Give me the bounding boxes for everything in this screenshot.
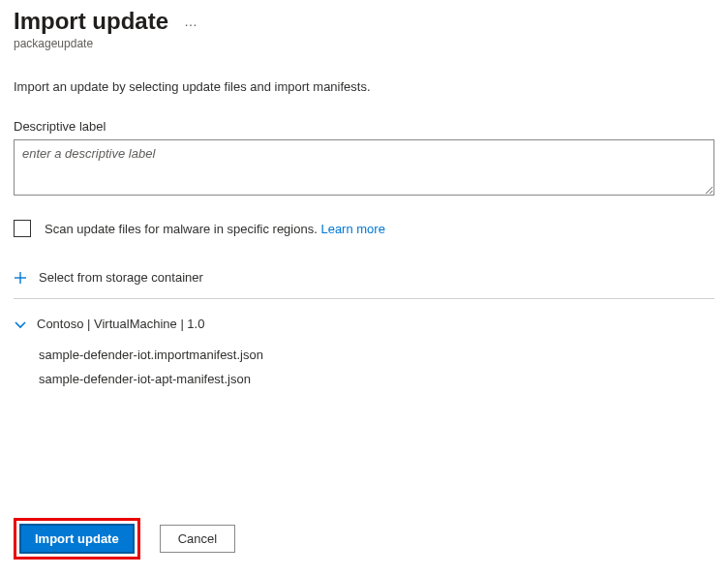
page-title: Import update — [14, 8, 168, 35]
learn-more-link[interactable]: Learn more — [320, 222, 384, 236]
select-from-storage-button[interactable]: Select from storage container — [14, 270, 714, 299]
page-description: Import an update by selecting update fil… — [14, 79, 714, 94]
list-item: sample-defender-iot.importmanifest.json — [39, 343, 714, 367]
scan-malware-label: Scan update files for malware in specifi… — [45, 222, 385, 236]
page-subtitle: packageupdate — [14, 37, 714, 50]
descriptive-label-input[interactable] — [14, 139, 714, 196]
update-group-toggle[interactable]: Contoso | VirtualMachine | 1.0 — [14, 317, 714, 331]
plus-icon — [14, 271, 27, 285]
list-item: sample-defender-iot-apt-manifest.json — [39, 367, 714, 391]
chevron-down-icon — [14, 318, 27, 331]
scan-malware-checkbox[interactable] — [14, 220, 31, 237]
file-list: sample-defender-iot.importmanifest.json … — [39, 343, 714, 391]
descriptive-label-caption: Descriptive label — [14, 119, 714, 134]
update-group-title: Contoso | VirtualMachine | 1.0 — [37, 317, 204, 331]
select-from-storage-label: Select from storage container — [39, 270, 203, 285]
more-actions-icon[interactable]: … — [180, 14, 202, 29]
scan-malware-text: Scan update files for malware in specifi… — [45, 222, 320, 236]
